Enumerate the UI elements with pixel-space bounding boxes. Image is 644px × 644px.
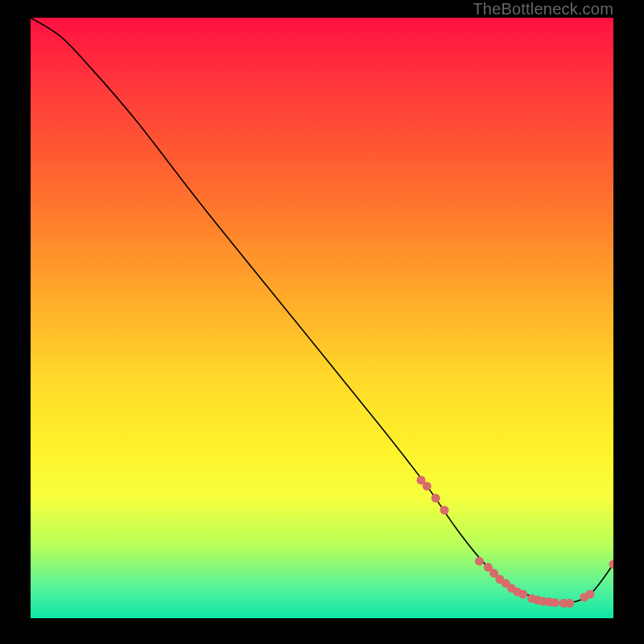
marker-dot: [586, 590, 595, 599]
chart-stage: TheBottleneck.com: [0, 0, 644, 644]
marker-dot: [565, 599, 574, 608]
marker-dot: [440, 506, 449, 514]
bottleneck-curve: [31, 18, 613, 604]
marker-dot: [518, 590, 527, 599]
marker-group: [417, 476, 613, 608]
plot-area: [31, 18, 613, 618]
curve-layer: [31, 18, 613, 618]
marker-dot: [609, 559, 614, 568]
watermark-text: TheBottleneck.com: [473, 0, 613, 19]
marker-dot: [475, 557, 484, 566]
marker-dot: [431, 493, 440, 502]
marker-dot: [423, 481, 431, 490]
marker-dot: [551, 598, 559, 607]
